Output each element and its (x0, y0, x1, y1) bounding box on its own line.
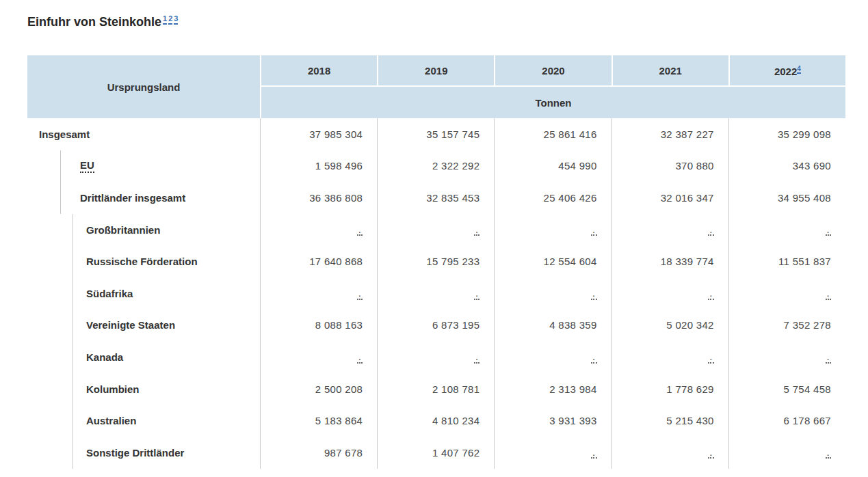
value-cell: 12 554 604 (494, 245, 611, 277)
value-cell: 6 873 195 (377, 310, 494, 342)
row-label: Vereinigte Staaten (86, 319, 175, 331)
value-cell: 25 406 426 (494, 182, 611, 214)
no-data-symbol[interactable]: . (357, 225, 363, 236)
value-cell: 370 880 (611, 150, 728, 182)
value-cell: . (494, 341, 611, 373)
value-cell: . (611, 214, 728, 246)
value-cell: 2 313 984 (494, 373, 611, 405)
value-cell: 1 598 496 (260, 150, 377, 182)
row-label: Russische Förderation (86, 256, 198, 267)
value-cell: 17 640 868 (260, 245, 377, 277)
value-cell: . (728, 437, 845, 469)
value-cell: 4 810 234 (377, 405, 494, 437)
value-cell: 2 108 781 (377, 373, 494, 405)
value-cell: . (260, 214, 377, 246)
table-body: Insgesamt37 985 30435 157 74525 861 4163… (27, 118, 845, 469)
value-cell: . (728, 277, 845, 310)
table-row: EU1 598 4962 322 292454 990370 880343 69… (27, 150, 845, 182)
no-data-symbol[interactable]: . (591, 352, 596, 364)
value-cell: 18 339 774 (611, 245, 728, 277)
no-data-symbol[interactable]: . (591, 288, 596, 300)
row-label-cell: Russische Förderation (27, 245, 260, 277)
no-data-symbol[interactable]: . (591, 448, 596, 459)
no-data-symbol[interactable]: . (826, 352, 831, 364)
value-cell: 2 322 292 (377, 150, 494, 182)
no-data-symbol[interactable]: . (474, 288, 479, 300)
value-cell: . (377, 214, 494, 246)
data-table: Ursprungsland 2018 2019 2020 2021 20224 … (27, 55, 845, 469)
value-cell: 11 551 837 (728, 245, 845, 277)
page-title: Einfuhr von Steinkohle123 (27, 12, 178, 29)
value-cell: 15 795 233 (377, 245, 494, 277)
table-row: Russische Förderation17 640 86815 795 23… (27, 245, 845, 277)
value-cell: 8 088 163 (260, 310, 377, 342)
table-row: Australien5 183 8644 810 2343 931 3935 2… (27, 405, 845, 437)
indent-guide-line (73, 437, 73, 469)
value-cell: 32 016 347 (611, 182, 728, 214)
row-label: Australien (86, 415, 136, 426)
title-footnote-link-2[interactable]: 2 (168, 14, 172, 25)
value-cell: 1 778 629 (611, 373, 728, 405)
no-data-symbol[interactable]: . (708, 352, 713, 364)
value-cell: . (260, 341, 377, 373)
row-label: Sonstige Drittländer (86, 447, 184, 459)
year-label: 2018 (308, 65, 330, 77)
value-cell: 2 500 208 (260, 373, 377, 405)
indent-guide-line (73, 310, 73, 342)
value-cell: 34 955 408 (728, 182, 845, 214)
row-label-cell: Australien (27, 405, 260, 437)
value-cell: . (494, 277, 611, 310)
table-row: Insgesamt37 985 30435 157 74525 861 4163… (27, 118, 845, 150)
value-cell: 7 352 278 (728, 310, 845, 342)
row-label: Insgesamt (39, 128, 90, 140)
page-title-text: Einfuhr von Steinkohle (27, 15, 161, 29)
value-cell: 5 754 458 (728, 373, 845, 405)
indent-guide-line (73, 277, 73, 310)
indent-guide-line (60, 182, 61, 214)
value-cell: 5 215 430 (611, 405, 728, 437)
value-cell: 35 157 745 (377, 118, 494, 150)
table-row: Kanada..... (27, 341, 845, 373)
no-data-symbol[interactable]: . (708, 288, 713, 300)
value-cell: . (611, 277, 728, 310)
no-data-symbol[interactable]: . (474, 225, 479, 236)
no-data-symbol[interactable]: . (708, 225, 713, 236)
value-cell: 32 387 227 (611, 118, 728, 150)
no-data-symbol[interactable]: . (826, 225, 831, 236)
row-label[interactable]: EU (80, 159, 94, 173)
row-label: Drittländer insgesamt (80, 192, 185, 204)
no-data-symbol[interactable]: . (591, 225, 596, 236)
no-data-symbol[interactable]: . (708, 448, 713, 459)
no-data-symbol[interactable]: . (357, 288, 363, 300)
table-header: Ursprungsland 2018 2019 2020 2021 20224 … (27, 55, 845, 118)
row-label-cell: Kanada (27, 341, 260, 373)
value-cell: . (494, 214, 611, 246)
header-row-years: Ursprungsland 2018 2019 2020 2021 20224 (27, 55, 845, 87)
row-label-cell: Kolumbien (27, 373, 260, 405)
value-cell: . (377, 341, 494, 373)
row-label: Kolumbien (86, 383, 140, 395)
year-label: 2020 (542, 65, 564, 77)
no-data-symbol[interactable]: . (474, 352, 479, 364)
value-cell: . (611, 437, 728, 469)
value-cell: . (377, 277, 494, 310)
value-cell: 25 861 416 (494, 118, 611, 150)
row-label-cell: Drittländer insgesamt (27, 182, 260, 214)
row-label: Großbritannien (86, 224, 160, 236)
value-cell: 1 407 762 (377, 437, 494, 469)
no-data-symbol[interactable]: . (826, 288, 831, 300)
col-header-2022: 20224 (728, 55, 845, 87)
table-row: Vereinigte Staaten8 088 1636 873 1954 83… (27, 310, 845, 342)
indent-guide-line (73, 245, 73, 277)
no-data-symbol[interactable]: . (826, 448, 831, 459)
value-cell: 454 990 (494, 150, 611, 182)
title-footnote-link-1[interactable]: 1 (163, 14, 167, 25)
year-footnote-link-4[interactable]: 4 (797, 65, 801, 74)
title-footnote-link-3[interactable]: 3 (174, 14, 178, 25)
table-row: Drittländer insgesamt36 386 80832 835 45… (27, 182, 845, 214)
unit-header: Tonnen (260, 87, 845, 118)
title-footnotes: 123 (161, 12, 178, 23)
value-cell: 6 178 667 (728, 405, 845, 437)
value-cell: 343 690 (728, 150, 845, 182)
no-data-symbol[interactable]: . (357, 352, 363, 364)
